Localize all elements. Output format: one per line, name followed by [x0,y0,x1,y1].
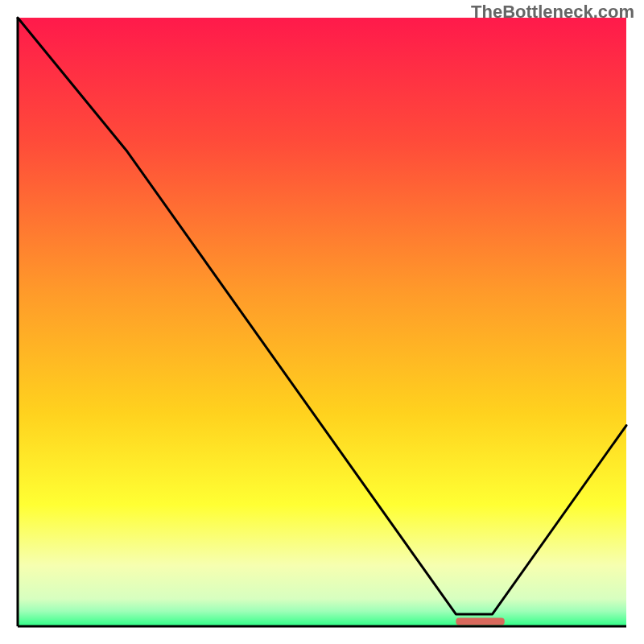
plot-background [18,18,626,626]
optimal-marker [456,617,504,625]
bottleneck-chart: TheBottleneck.com [0,0,644,644]
watermark-text: TheBottleneck.com [471,2,634,23]
chart-svg [0,0,644,644]
